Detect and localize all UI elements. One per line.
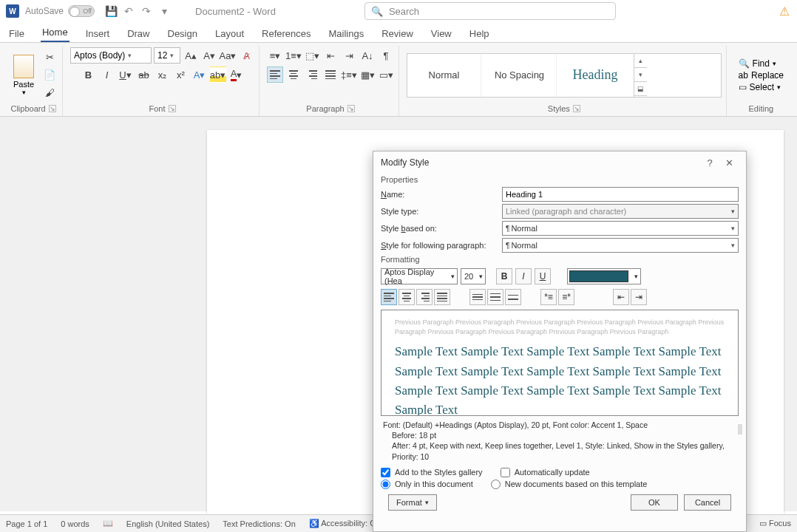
- style-based-combo[interactable]: Normal▾: [502, 221, 739, 236]
- format-dropdown-button[interactable]: Format▾: [388, 494, 437, 511]
- increase-indent-icon[interactable]: ⇥: [341, 47, 357, 64]
- dlg-space-before-dec-button[interactable]: ≡*: [558, 289, 574, 305]
- justify-icon[interactable]: [322, 66, 339, 83]
- search-box[interactable]: 🔍 Search: [364, 2, 616, 20]
- save-icon[interactable]: 💾: [104, 4, 118, 18]
- italic-icon[interactable]: I: [99, 66, 115, 83]
- dlg-align-right-button[interactable]: [416, 289, 433, 305]
- dlg-bold-button[interactable]: B: [496, 268, 512, 284]
- dlg-font-name-combo[interactable]: Aptos Display (Hea▾: [381, 268, 458, 284]
- auto-update-checkbox[interactable]: [501, 468, 510, 477]
- new-docs-radio[interactable]: [491, 480, 501, 489]
- tab-mailings[interactable]: Mailings: [328, 25, 366, 42]
- font-name-combo[interactable]: Aptos (Body)▾: [70, 47, 152, 64]
- select-button[interactable]: ▭Select▾: [739, 82, 784, 92]
- dlg-increase-indent-button[interactable]: ⇥: [631, 289, 647, 305]
- tab-view[interactable]: View: [430, 25, 453, 42]
- styles-gallery[interactable]: Normal No Spacing Heading ▴▾⬓: [407, 53, 722, 98]
- dlg-decrease-indent-button[interactable]: ⇤: [613, 289, 629, 305]
- status-language[interactable]: English (United States): [126, 519, 210, 528]
- status-predictions[interactable]: Text Predictions: On: [223, 519, 295, 528]
- tab-file[interactable]: File: [7, 25, 26, 42]
- name-input[interactable]: [502, 187, 739, 202]
- close-icon[interactable]: ✕: [719, 157, 739, 168]
- undo-icon[interactable]: ↶: [122, 4, 135, 18]
- font-size-combo[interactable]: 12▾: [154, 47, 180, 64]
- line-spacing-icon[interactable]: ‡≡▾: [341, 66, 357, 83]
- underline-icon[interactable]: U▾: [118, 66, 134, 83]
- autosave-switch[interactable]: Off: [68, 5, 95, 17]
- multilevel-list-icon[interactable]: ⬚▾: [304, 47, 320, 64]
- style-following-combo[interactable]: Normal▾: [502, 238, 739, 253]
- bullets-icon[interactable]: ≡▾: [267, 47, 283, 64]
- dlg-space-before-inc-button[interactable]: *≡: [540, 289, 557, 305]
- shrink-font-icon[interactable]: A▾: [201, 47, 217, 64]
- warning-icon[interactable]: ⚠: [779, 4, 790, 18]
- autosave-toggle[interactable]: AutoSave Off: [25, 5, 95, 17]
- clipboard-launcher-icon[interactable]: ↘: [49, 105, 56, 112]
- font-launcher-icon[interactable]: ↘: [169, 105, 176, 112]
- style-heading[interactable]: Heading: [558, 54, 632, 97]
- dlg-italic-button[interactable]: I: [515, 268, 532, 284]
- replace-button[interactable]: abReplace: [739, 70, 784, 81]
- status-focus[interactable]: ▭ Focus: [759, 519, 791, 528]
- paragraph-launcher-icon[interactable]: ↘: [347, 105, 355, 112]
- align-right-icon[interactable]: [304, 66, 320, 83]
- dialog-titlebar[interactable]: Modify Style ? ✕: [373, 151, 746, 174]
- borders-icon[interactable]: ▭▾: [378, 66, 394, 83]
- styles-scroll[interactable]: ▴▾⬓: [634, 54, 647, 97]
- add-to-gallery-checkbox[interactable]: [381, 468, 390, 477]
- dlg-spacing-15-button[interactable]: [487, 289, 503, 305]
- decrease-indent-icon[interactable]: ⇤: [322, 47, 339, 64]
- align-left-icon[interactable]: [267, 66, 283, 83]
- grow-font-icon[interactable]: A▴: [183, 47, 199, 64]
- dlg-font-color-combo[interactable]: ▾: [567, 268, 641, 284]
- only-this-doc-radio[interactable]: [381, 480, 390, 489]
- dlg-underline-button[interactable]: U: [535, 268, 551, 284]
- subscript-icon[interactable]: x₂: [155, 66, 171, 83]
- status-accessibility[interactable]: ♿ Accessibility: Go: [309, 519, 381, 528]
- font-color-icon[interactable]: A▾: [228, 66, 245, 83]
- show-marks-icon[interactable]: ¶: [378, 47, 394, 64]
- desc-scrollbar[interactable]: [738, 424, 742, 434]
- tab-references[interactable]: References: [260, 25, 312, 42]
- status-spellcheck-icon[interactable]: 📖: [103, 519, 113, 528]
- sort-icon[interactable]: A↓: [359, 47, 376, 64]
- bold-icon[interactable]: B: [81, 66, 97, 83]
- redo-icon[interactable]: ↷: [140, 4, 153, 18]
- status-words[interactable]: 0 words: [61, 519, 89, 528]
- text-effects-icon[interactable]: A▾: [191, 66, 208, 83]
- dlg-font-size-combo[interactable]: 20▾: [461, 268, 486, 284]
- tab-help[interactable]: Help: [468, 25, 491, 42]
- strikethrough-icon[interactable]: ab: [136, 66, 152, 83]
- tab-insert[interactable]: Insert: [84, 25, 112, 42]
- numbering-icon[interactable]: 1≡▾: [285, 47, 302, 64]
- copy-icon[interactable]: 📄: [41, 67, 58, 83]
- tab-home[interactable]: Home: [41, 24, 69, 42]
- help-icon[interactable]: ?: [700, 157, 719, 168]
- cut-icon[interactable]: ✂: [41, 50, 58, 66]
- align-center-icon[interactable]: [285, 66, 302, 83]
- paste-button[interactable]: Paste ▾: [9, 55, 38, 96]
- dlg-spacing-1-button[interactable]: [469, 289, 486, 305]
- styles-launcher-icon[interactable]: ↘: [573, 105, 580, 112]
- ok-button[interactable]: OK: [631, 494, 678, 511]
- tab-draw[interactable]: Draw: [126, 25, 151, 42]
- superscript-icon[interactable]: x²: [173, 66, 189, 83]
- dlg-align-center-button[interactable]: [398, 289, 415, 305]
- dlg-justify-button[interactable]: [434, 289, 450, 305]
- tab-layout[interactable]: Layout: [214, 25, 245, 42]
- change-case-icon[interactable]: Aa▾: [220, 47, 236, 64]
- format-painter-icon[interactable]: 🖌: [41, 85, 58, 101]
- qat-more-icon[interactable]: ▾: [157, 4, 171, 18]
- dlg-align-left-button[interactable]: [381, 289, 397, 305]
- status-page[interactable]: Page 1 of 1: [6, 519, 47, 528]
- clear-formatting-icon[interactable]: A̷: [238, 47, 254, 64]
- tab-design[interactable]: Design: [166, 25, 199, 42]
- dlg-spacing-2-button[interactable]: [505, 289, 521, 305]
- style-no-spacing[interactable]: No Spacing: [483, 54, 557, 97]
- shading-icon[interactable]: ▦▾: [359, 66, 376, 83]
- cancel-button[interactable]: Cancel: [684, 494, 731, 511]
- highlight-icon[interactable]: ab▾: [210, 66, 226, 83]
- style-normal[interactable]: Normal: [407, 54, 481, 97]
